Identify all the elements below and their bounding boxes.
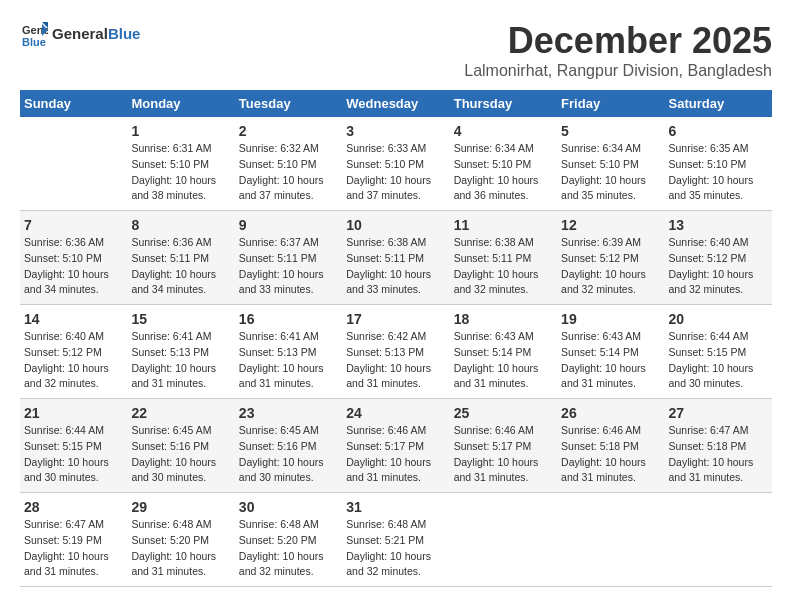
day-number: 18	[454, 311, 553, 327]
calendar-cell: 12Sunrise: 6:39 AM Sunset: 5:12 PM Dayli…	[557, 211, 664, 305]
day-number: 23	[239, 405, 338, 421]
day-number: 6	[669, 123, 768, 139]
day-number: 19	[561, 311, 660, 327]
day-info: Sunrise: 6:46 AM Sunset: 5:17 PM Dayligh…	[454, 423, 553, 486]
calendar-cell	[20, 117, 127, 211]
calendar-cell: 9Sunrise: 6:37 AM Sunset: 5:11 PM Daylig…	[235, 211, 342, 305]
day-number: 17	[346, 311, 445, 327]
calendar-cell: 15Sunrise: 6:41 AM Sunset: 5:13 PM Dayli…	[127, 305, 234, 399]
page-title: December 2025	[464, 20, 772, 62]
day-info: Sunrise: 6:47 AM Sunset: 5:19 PM Dayligh…	[24, 517, 123, 580]
logo-general-text: GeneralBlue	[52, 26, 140, 43]
day-info: Sunrise: 6:37 AM Sunset: 5:11 PM Dayligh…	[239, 235, 338, 298]
day-info: Sunrise: 6:34 AM Sunset: 5:10 PM Dayligh…	[561, 141, 660, 204]
calendar-cell: 13Sunrise: 6:40 AM Sunset: 5:12 PM Dayli…	[665, 211, 772, 305]
day-info: Sunrise: 6:32 AM Sunset: 5:10 PM Dayligh…	[239, 141, 338, 204]
day-info: Sunrise: 6:40 AM Sunset: 5:12 PM Dayligh…	[24, 329, 123, 392]
day-info: Sunrise: 6:36 AM Sunset: 5:11 PM Dayligh…	[131, 235, 230, 298]
calendar-cell: 1Sunrise: 6:31 AM Sunset: 5:10 PM Daylig…	[127, 117, 234, 211]
logo: General Blue GeneralBlue	[20, 20, 140, 48]
calendar-cell: 16Sunrise: 6:41 AM Sunset: 5:13 PM Dayli…	[235, 305, 342, 399]
calendar-cell: 30Sunrise: 6:48 AM Sunset: 5:20 PM Dayli…	[235, 493, 342, 587]
calendar-cell: 25Sunrise: 6:46 AM Sunset: 5:17 PM Dayli…	[450, 399, 557, 493]
calendar-cell: 7Sunrise: 6:36 AM Sunset: 5:10 PM Daylig…	[20, 211, 127, 305]
calendar-cell: 5Sunrise: 6:34 AM Sunset: 5:10 PM Daylig…	[557, 117, 664, 211]
calendar-cell: 29Sunrise: 6:48 AM Sunset: 5:20 PM Dayli…	[127, 493, 234, 587]
day-info: Sunrise: 6:47 AM Sunset: 5:18 PM Dayligh…	[669, 423, 768, 486]
calendar-cell	[557, 493, 664, 587]
page-header: General Blue GeneralBlue December 2025 L…	[20, 20, 772, 80]
calendar-cell: 6Sunrise: 6:35 AM Sunset: 5:10 PM Daylig…	[665, 117, 772, 211]
day-info: Sunrise: 6:46 AM Sunset: 5:17 PM Dayligh…	[346, 423, 445, 486]
calendar-cell: 18Sunrise: 6:43 AM Sunset: 5:14 PM Dayli…	[450, 305, 557, 399]
day-info: Sunrise: 6:39 AM Sunset: 5:12 PM Dayligh…	[561, 235, 660, 298]
day-number: 7	[24, 217, 123, 233]
column-header-wednesday: Wednesday	[342, 90, 449, 117]
day-number: 30	[239, 499, 338, 515]
calendar-cell: 19Sunrise: 6:43 AM Sunset: 5:14 PM Dayli…	[557, 305, 664, 399]
column-header-thursday: Thursday	[450, 90, 557, 117]
calendar-cell: 17Sunrise: 6:42 AM Sunset: 5:13 PM Dayli…	[342, 305, 449, 399]
calendar-cell: 23Sunrise: 6:45 AM Sunset: 5:16 PM Dayli…	[235, 399, 342, 493]
day-number: 5	[561, 123, 660, 139]
svg-text:Blue: Blue	[22, 36, 46, 48]
day-info: Sunrise: 6:42 AM Sunset: 5:13 PM Dayligh…	[346, 329, 445, 392]
calendar-week-row: 1Sunrise: 6:31 AM Sunset: 5:10 PM Daylig…	[20, 117, 772, 211]
day-number: 1	[131, 123, 230, 139]
day-number: 13	[669, 217, 768, 233]
day-number: 12	[561, 217, 660, 233]
day-number: 2	[239, 123, 338, 139]
calendar-table: SundayMondayTuesdayWednesdayThursdayFrid…	[20, 90, 772, 587]
calendar-cell: 2Sunrise: 6:32 AM Sunset: 5:10 PM Daylig…	[235, 117, 342, 211]
day-number: 24	[346, 405, 445, 421]
calendar-cell: 26Sunrise: 6:46 AM Sunset: 5:18 PM Dayli…	[557, 399, 664, 493]
day-info: Sunrise: 6:48 AM Sunset: 5:21 PM Dayligh…	[346, 517, 445, 580]
day-number: 10	[346, 217, 445, 233]
day-info: Sunrise: 6:48 AM Sunset: 5:20 PM Dayligh…	[239, 517, 338, 580]
logo-icon: General Blue	[20, 20, 48, 48]
day-number: 26	[561, 405, 660, 421]
calendar-cell: 22Sunrise: 6:45 AM Sunset: 5:16 PM Dayli…	[127, 399, 234, 493]
day-number: 21	[24, 405, 123, 421]
day-number: 9	[239, 217, 338, 233]
day-number: 22	[131, 405, 230, 421]
day-info: Sunrise: 6:44 AM Sunset: 5:15 PM Dayligh…	[669, 329, 768, 392]
column-header-sunday: Sunday	[20, 90, 127, 117]
day-info: Sunrise: 6:43 AM Sunset: 5:14 PM Dayligh…	[454, 329, 553, 392]
day-number: 11	[454, 217, 553, 233]
calendar-cell: 27Sunrise: 6:47 AM Sunset: 5:18 PM Dayli…	[665, 399, 772, 493]
calendar-cell: 8Sunrise: 6:36 AM Sunset: 5:11 PM Daylig…	[127, 211, 234, 305]
day-number: 8	[131, 217, 230, 233]
column-header-monday: Monday	[127, 90, 234, 117]
day-number: 25	[454, 405, 553, 421]
day-info: Sunrise: 6:41 AM Sunset: 5:13 PM Dayligh…	[131, 329, 230, 392]
calendar-cell: 28Sunrise: 6:47 AM Sunset: 5:19 PM Dayli…	[20, 493, 127, 587]
day-info: Sunrise: 6:34 AM Sunset: 5:10 PM Dayligh…	[454, 141, 553, 204]
day-info: Sunrise: 6:38 AM Sunset: 5:11 PM Dayligh…	[346, 235, 445, 298]
calendar-cell: 11Sunrise: 6:38 AM Sunset: 5:11 PM Dayli…	[450, 211, 557, 305]
day-number: 27	[669, 405, 768, 421]
calendar-cell	[665, 493, 772, 587]
day-number: 4	[454, 123, 553, 139]
calendar-cell: 31Sunrise: 6:48 AM Sunset: 5:21 PM Dayli…	[342, 493, 449, 587]
day-info: Sunrise: 6:45 AM Sunset: 5:16 PM Dayligh…	[131, 423, 230, 486]
column-header-saturday: Saturday	[665, 90, 772, 117]
page-subtitle: Lalmonirhat, Rangpur Division, Banglades…	[464, 62, 772, 80]
day-number: 3	[346, 123, 445, 139]
day-info: Sunrise: 6:44 AM Sunset: 5:15 PM Dayligh…	[24, 423, 123, 486]
calendar-cell: 21Sunrise: 6:44 AM Sunset: 5:15 PM Dayli…	[20, 399, 127, 493]
calendar-header-row: SundayMondayTuesdayWednesdayThursdayFrid…	[20, 90, 772, 117]
day-number: 14	[24, 311, 123, 327]
day-info: Sunrise: 6:43 AM Sunset: 5:14 PM Dayligh…	[561, 329, 660, 392]
day-number: 15	[131, 311, 230, 327]
day-number: 31	[346, 499, 445, 515]
calendar-cell: 10Sunrise: 6:38 AM Sunset: 5:11 PM Dayli…	[342, 211, 449, 305]
day-info: Sunrise: 6:31 AM Sunset: 5:10 PM Dayligh…	[131, 141, 230, 204]
day-info: Sunrise: 6:35 AM Sunset: 5:10 PM Dayligh…	[669, 141, 768, 204]
calendar-week-row: 14Sunrise: 6:40 AM Sunset: 5:12 PM Dayli…	[20, 305, 772, 399]
column-header-friday: Friday	[557, 90, 664, 117]
calendar-cell: 3Sunrise: 6:33 AM Sunset: 5:10 PM Daylig…	[342, 117, 449, 211]
calendar-cell: 14Sunrise: 6:40 AM Sunset: 5:12 PM Dayli…	[20, 305, 127, 399]
day-number: 16	[239, 311, 338, 327]
day-info: Sunrise: 6:48 AM Sunset: 5:20 PM Dayligh…	[131, 517, 230, 580]
